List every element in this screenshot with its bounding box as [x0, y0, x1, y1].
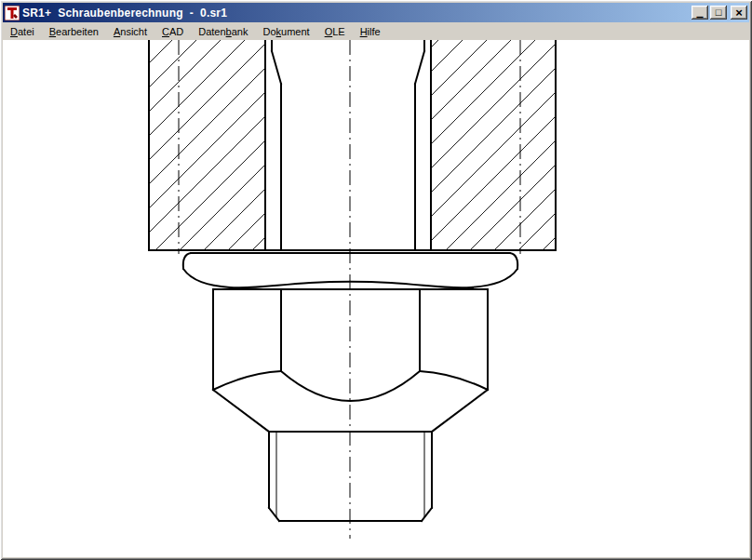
drawing-canvas[interactable]: [3, 40, 749, 557]
menu-item-datenbank[interactable]: Datenbank: [191, 22, 255, 40]
menu-item-hilfe[interactable]: Hilfe: [353, 22, 388, 40]
cad-drawing: [3, 40, 749, 557]
menu-item-datei[interactable]: Datei: [3, 22, 42, 40]
menu-item-dokument[interactable]: Dokument: [255, 22, 316, 40]
close-icon: ×: [735, 7, 743, 19]
menu-item-cad[interactable]: CAD: [154, 22, 191, 40]
menu-item-ansicht[interactable]: Ansicht: [106, 22, 154, 40]
app-window: SR1+ Schraubenberechnung - 0.sr1 ▁ □ × D…: [0, 0, 752, 560]
minimize-icon: ▁: [697, 8, 704, 18]
minimize-button[interactable]: ▁: [692, 6, 708, 20]
tapped-hole-lines: [265, 40, 431, 250]
close-button[interactable]: ×: [731, 6, 747, 20]
menu-item-bearbeiten[interactable]: Bearbeiten: [42, 22, 106, 40]
plate-hatch-right: [431, 40, 556, 250]
menubar: DateiBearbeitenAnsichtCADDatenbankDokume…: [3, 22, 749, 40]
menu-item-ole[interactable]: OLE: [317, 22, 353, 40]
window-title: SR1+ Schraubenberechnung - 0.sr1: [22, 6, 690, 20]
maximize-button[interactable]: □: [710, 6, 727, 20]
titlebar[interactable]: SR1+ Schraubenberechnung - 0.sr1 ▁ □ ×: [3, 3, 749, 22]
plate-hatch-left: [149, 40, 265, 250]
bolt-thread-lines: [272, 40, 424, 250]
app-icon[interactable]: [5, 6, 20, 20]
maximize-icon: □: [716, 7, 722, 18]
